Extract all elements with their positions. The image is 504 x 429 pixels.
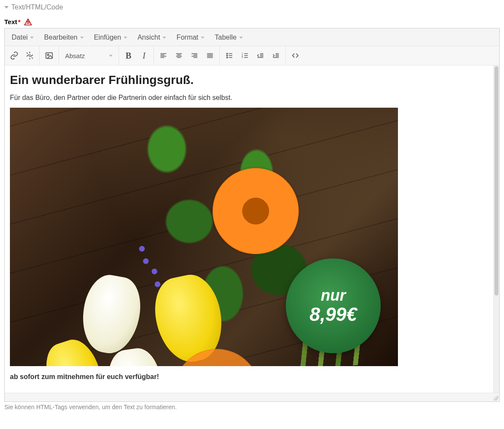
image-icon	[45, 51, 53, 60]
scroll-thumb[interactable]	[495, 66, 498, 295]
align-center-button[interactable]	[171, 48, 187, 63]
align-right-icon	[191, 52, 198, 59]
svg-text:3: 3	[242, 56, 243, 59]
menu-label: Bearbeiten	[44, 34, 77, 41]
remove-link-button[interactable]	[22, 48, 38, 63]
menu-label: Format	[176, 34, 198, 41]
chevron-down-icon	[80, 37, 84, 39]
editor-body-wrap: Ein wunderbarer Frühlingsgruß. Für das B…	[5, 65, 499, 393]
chevron-down-icon	[124, 37, 127, 39]
unlink-icon	[25, 51, 34, 60]
numbered-list-button[interactable]: 123	[237, 48, 253, 63]
toolbar-group-source	[286, 46, 305, 65]
italic-button[interactable]: I	[136, 48, 152, 63]
bold-button[interactable]: B	[121, 48, 136, 63]
editor-content[interactable]: Ein wunderbarer Frühlingsgruß. Für das B…	[5, 65, 493, 393]
svg-point-1	[47, 54, 49, 56]
editor-statusbar	[5, 393, 499, 401]
chevron-down-icon	[239, 37, 243, 39]
menu-label: Ansicht	[138, 34, 160, 41]
insert-link-button[interactable]	[6, 48, 22, 63]
toolbar-group-align	[154, 46, 220, 65]
editor-toolbar: Absatz B I	[5, 46, 499, 65]
content-image[interactable]: nur 8,99€	[10, 108, 398, 366]
menu-ansicht[interactable]: Ansicht	[133, 31, 170, 44]
section-title: Text/HTML/Code	[11, 3, 63, 11]
field-label: Text *	[4, 18, 500, 25]
link-icon	[10, 51, 19, 60]
align-justify-icon	[206, 52, 214, 59]
svg-point-4	[227, 57, 228, 58]
menu-label: Einfügen	[94, 34, 121, 41]
menu-format[interactable]: Format	[172, 31, 209, 44]
chevron-down-icon	[163, 37, 166, 39]
indent-button[interactable]	[268, 48, 284, 63]
section-header[interactable]: Text/HTML/Code	[4, 3, 500, 11]
content-intro[interactable]: Für das Büro, den Partner oder die Partn…	[10, 94, 488, 102]
caret-down-icon	[4, 6, 9, 9]
svg-point-2	[227, 53, 228, 54]
code-icon	[291, 51, 300, 60]
menu-label: Tabelle	[215, 34, 237, 41]
price-badge: nur 8,99€	[286, 258, 381, 353]
chevron-down-icon	[109, 55, 113, 57]
bullet-list-icon	[225, 52, 233, 59]
orange-flower-graphic	[213, 168, 299, 254]
toolbar-group-format-select: Absatz	[59, 46, 119, 65]
outdent-button[interactable]	[253, 48, 268, 63]
source-code-button[interactable]	[288, 48, 303, 63]
outdent-icon	[257, 52, 264, 59]
editor-menubar: Datei Bearbeiten Einfügen Ansicht Format…	[5, 28, 499, 46]
indent-icon	[272, 52, 280, 59]
svg-point-3	[227, 55, 228, 56]
toolbar-group-text-style: B I	[119, 46, 154, 65]
field-label-text: Text	[4, 18, 17, 25]
italic-icon: I	[143, 51, 146, 61]
price-badge-line1: nur	[321, 288, 346, 303]
toolbar-group-image	[40, 46, 59, 65]
align-center-icon	[175, 52, 183, 59]
bullet-list-button[interactable]	[222, 48, 237, 63]
svg-rect-0	[46, 53, 53, 58]
menu-einfuegen[interactable]: Einfügen	[90, 31, 131, 44]
content-heading[interactable]: Ein wunderbarer Frühlingsgruß.	[10, 73, 488, 87]
content-outro[interactable]: ab sofort zum mitnehmen für euch verfügb…	[10, 373, 488, 381]
align-justify-button[interactable]	[202, 48, 218, 63]
chevron-down-icon	[201, 37, 204, 39]
numbered-list-icon: 123	[241, 52, 249, 59]
toolbar-group-links	[5, 46, 40, 65]
insert-image-button[interactable]	[41, 48, 57, 63]
required-marker: *	[18, 18, 21, 25]
block-format-value: Absatz	[65, 52, 85, 59]
align-left-icon	[160, 52, 167, 59]
resize-handle[interactable]	[493, 395, 498, 401]
bold-icon: B	[125, 51, 131, 61]
align-left-button[interactable]	[156, 48, 171, 63]
menu-datei[interactable]: Datei	[7, 31, 38, 44]
price-badge-line2: 8,99€	[310, 305, 357, 324]
align-right-button[interactable]	[187, 48, 202, 63]
warning-icon	[24, 19, 32, 25]
rich-text-editor: Datei Bearbeiten Einfügen Ansicht Format…	[4, 28, 500, 402]
field-help-text: Sie können HTML-Tags verwenden, um den T…	[4, 404, 500, 410]
menu-label: Datei	[12, 34, 28, 41]
menu-tabelle[interactable]: Tabelle	[210, 31, 247, 44]
chevron-down-icon	[30, 37, 34, 39]
toolbar-group-lists: 123	[220, 46, 286, 65]
block-format-select[interactable]: Absatz	[61, 48, 117, 63]
menu-bearbeiten[interactable]: Bearbeiten	[40, 31, 88, 44]
vertical-scrollbar[interactable]	[493, 65, 499, 393]
